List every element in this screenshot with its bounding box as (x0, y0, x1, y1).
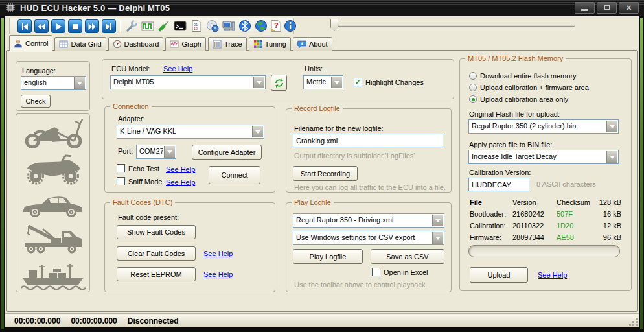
save-as-csv-button[interactable]: Save as CSV (371, 249, 444, 264)
toolbar-console-button[interactable] (173, 19, 187, 33)
upload-button[interactable]: Upload (470, 267, 528, 283)
radio-upload-cal-firmware[interactable]: Upload calibration + firmware area (469, 84, 589, 91)
window-title: HUD ECU Hacker 5.0 — Delphi MT05 (20, 3, 170, 13)
see-help-link[interactable]: See Help (203, 270, 233, 278)
adapter-select[interactable]: K-Line / VAG KKL (117, 124, 264, 139)
reset-eeprom-button[interactable]: Reset EEPROM (117, 267, 196, 281)
color-grid-icon (253, 40, 262, 49)
toolbar-separator (120, 20, 121, 32)
see-help-link[interactable]: See Help (163, 65, 192, 73)
upload-progress-bar (468, 245, 620, 257)
tab-trace[interactable]: Trace (208, 37, 247, 51)
original-flash-select[interactable]: Regal Raptor 350 (2 cylinder).bin (468, 119, 619, 134)
echo-test-checkbox[interactable]: Echo Test (117, 164, 159, 172)
play-logfile-button[interactable]: Play Logfile (293, 249, 363, 264)
connect-button[interactable]: Connect (209, 166, 260, 184)
toolbar-computer-button[interactable] (222, 19, 235, 33)
tab-control[interactable]: Control (9, 35, 52, 51)
speech-bubble-icon (297, 40, 306, 49)
toolbar-skip-end-button[interactable] (102, 19, 116, 33)
tab-data-grid[interactable]: Data Grid (54, 37, 106, 51)
units-select[interactable]: Metric (303, 75, 343, 89)
sniff-mode-checkbox[interactable]: Sniff Mode (117, 177, 162, 185)
filename-label: Filename for the new logfile: (294, 124, 384, 132)
calibration-version-label: Calibration Version: (469, 169, 531, 176)
skip-start-icon (21, 23, 29, 30)
radio-upload-cal-only[interactable]: Upload calibration area only (469, 95, 568, 103)
fast-forward-icon (88, 23, 96, 30)
slider-thumb[interactable] (330, 19, 338, 31)
slider-track[interactable] (334, 25, 575, 27)
toolbar-syringe-button[interactable] (157, 19, 170, 33)
toolbar-wrench-button[interactable] (124, 19, 138, 33)
tab-label: Trace (224, 40, 242, 48)
close-button[interactable]: × (619, 2, 639, 14)
language-select[interactable]: english (21, 76, 86, 90)
tab-about[interactable]: About (293, 37, 332, 51)
tab-graph[interactable]: Graph (165, 37, 206, 51)
port-label: Port: (118, 147, 133, 155)
radio-download-flash[interactable]: Download entire flash memory (469, 72, 577, 80)
person-icon (14, 39, 23, 48)
toolbar-bluetooth-button[interactable] (238, 19, 251, 33)
motorcycle-icon (21, 116, 86, 150)
group-title: Record Logfile (292, 104, 343, 113)
clear-fault-codes-button[interactable]: Clear Fault Codes (117, 246, 196, 261)
toolbar-help-document-button[interactable]: ? (269, 19, 282, 33)
see-help-link[interactable]: See Help (166, 165, 195, 173)
toolbar-skip-start-button[interactable] (17, 19, 32, 33)
toolbar-info-button[interactable] (283, 19, 297, 33)
toolbar-square-wave-button[interactable] (141, 19, 154, 33)
calibration-version-input[interactable] (468, 178, 529, 191)
record-logfile-group: Record Logfile Filename for the new logf… (286, 108, 452, 193)
table-row: Calibration: 20110322 1D20 12 kB (470, 220, 621, 231)
toolbar-cd-clock-button[interactable] (205, 19, 219, 33)
see-help-link[interactable]: See Help (538, 271, 567, 279)
minimize-button[interactable] (575, 2, 595, 14)
logfile-name-input[interactable] (293, 134, 443, 147)
toolbar-play-button[interactable] (51, 19, 65, 33)
see-help-link[interactable]: See Help (166, 178, 195, 186)
see-help-link[interactable]: See Help (203, 250, 233, 257)
radio-icon (469, 84, 477, 91)
check-button[interactable]: Check (21, 95, 51, 108)
output-directory-hint: Output directory is subfolder 'LogFiles' (294, 152, 415, 160)
start-recording-button[interactable]: Start Recording (293, 166, 358, 181)
patch-file-select[interactable]: Increase Idle Target Decay (468, 150, 619, 164)
chevron-down-icon (606, 151, 617, 163)
toolbar-rewind-button[interactable] (34, 19, 49, 33)
ecu-model-select[interactable]: Delphi MT05 (110, 75, 266, 89)
toolbar-stop-button[interactable] (68, 19, 82, 33)
toolbar: 0110 ? (9, 18, 294, 34)
language-label: Language: (22, 67, 56, 75)
ecu-model-group: ECU Model: See Help Delphi MT05 Units: M… (102, 59, 454, 99)
show-fault-codes-button[interactable]: Show Fault Codes (117, 225, 196, 239)
tab-dashboard[interactable]: Dashboard (108, 37, 164, 51)
toolbar-globe-button[interactable] (254, 19, 268, 33)
frame-green-stripe-left (1, 18, 4, 329)
playback-slider[interactable] (329, 19, 577, 32)
bluetooth-icon (238, 19, 251, 32)
computer-icon (222, 19, 235, 32)
car-icon (21, 188, 86, 219)
globe-icon (255, 19, 268, 32)
toolbar-binary-file-button[interactable]: 0110 (189, 19, 203, 33)
highlight-changes-checkbox[interactable]: Highlight Changes (354, 78, 424, 86)
logfile-select[interactable]: Regal Raptor 350 - Driving.xml (293, 213, 444, 228)
titlebar[interactable]: HUD ECU Hacker 5.0 — Delphi MT05 × (0, 0, 644, 16)
tab-bar: Control Data Grid Dashboard Graph Trace … (9, 35, 332, 51)
close-icon: × (626, 3, 631, 12)
tab-tuning[interactable]: Tuning (249, 37, 291, 51)
resize-grip[interactable] (629, 318, 638, 326)
maximize-button[interactable] (597, 2, 617, 14)
configure-adapter-button[interactable]: Configure Adapter (192, 145, 262, 160)
csv-settings-select[interactable]: Use Windows settings for CSV export (293, 231, 444, 245)
refresh-button[interactable] (271, 75, 287, 91)
list-icon (213, 40, 222, 49)
toolbar-fast-forward-button[interactable] (85, 19, 99, 33)
open-in-excel-checkbox[interactable]: Open in Excel (372, 268, 428, 276)
original-flash-label: Original Flash file for upload: (469, 110, 560, 118)
maximize-icon (604, 5, 610, 10)
play-icon (54, 23, 62, 30)
port-select[interactable]: COM27 (136, 145, 176, 159)
